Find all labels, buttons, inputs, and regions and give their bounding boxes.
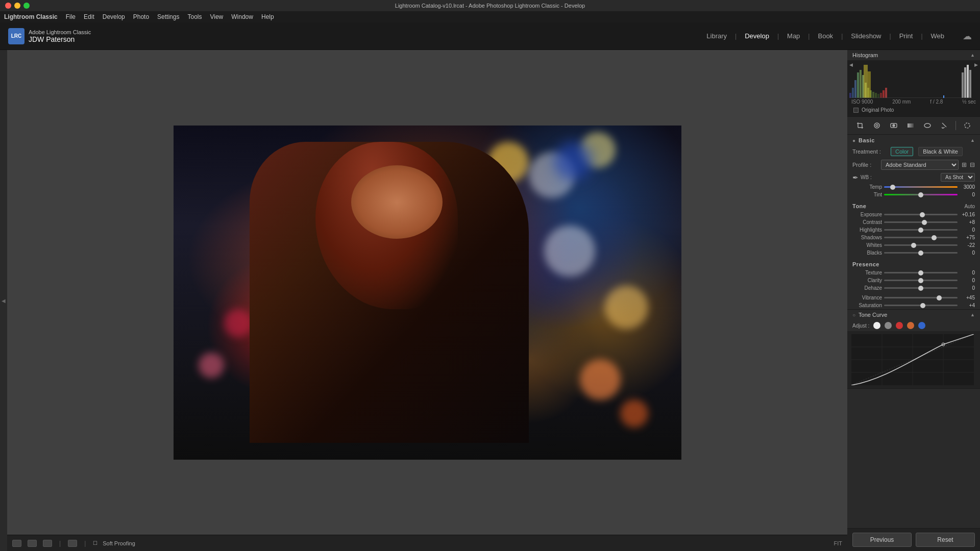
saturation-slider[interactable]: [884, 305, 958, 306]
radial-tool[interactable]: [922, 120, 933, 131]
svg-rect-16: [885, 88, 887, 98]
tc-channel-orange[interactable]: [907, 322, 914, 329]
nav-library[interactable]: Library: [701, 30, 732, 42]
texture-thumb[interactable]: [918, 270, 923, 276]
masking-tool[interactable]: [962, 120, 973, 131]
heal-tool[interactable]: [871, 120, 883, 131]
exposure-thumb[interactable]: [920, 212, 925, 217]
whites-slider-row: Whites -22: [847, 241, 980, 249]
crop-overlay-icon[interactable]: [68, 540, 77, 547]
wb-select[interactable]: As Shot Auto Daylight Cloudy: [941, 173, 975, 182]
tc-toggle[interactable]: ○: [852, 312, 855, 318]
tc-channel-blue[interactable]: [918, 322, 925, 329]
nav-book[interactable]: Book: [813, 30, 838, 42]
tc-adjust-label: Adjust :: [852, 323, 869, 329]
nav-print[interactable]: Print: [894, 30, 918, 42]
dehaze-thumb[interactable]: [918, 286, 923, 291]
nav-develop[interactable]: Develop: [740, 30, 774, 42]
svg-rect-20: [969, 70, 971, 98]
highlights-slider[interactable]: [884, 229, 958, 231]
exposure-label: Exposure: [852, 212, 882, 217]
hist-right-arrow[interactable]: ▶: [974, 62, 978, 67]
vibrance-slider[interactable]: [884, 297, 958, 298]
reset-button[interactable]: Reset: [916, 533, 975, 547]
wb-eyedropper[interactable]: ✒: [852, 173, 859, 182]
blacks-slider[interactable]: [884, 252, 958, 254]
original-photo-checkbox[interactable]: [853, 108, 859, 113]
clarity-thumb[interactable]: [918, 278, 923, 283]
basic-chevron[interactable]: ▲: [970, 138, 975, 143]
profile-select[interactable]: Adobe Standard Adobe Landscape Adobe Por…: [881, 160, 959, 170]
tone-curve-header[interactable]: ○ Tone Curve ▲: [847, 310, 980, 320]
temp-thumb[interactable]: [890, 185, 895, 190]
svg-line-33: [942, 123, 946, 127]
soft-proofing-checkbox[interactable]: ☐: [93, 540, 97, 546]
highlights-thumb[interactable]: [918, 228, 923, 233]
nav-slideshow[interactable]: Slideshow: [846, 30, 886, 42]
fullscreen-button[interactable]: [23, 3, 30, 9]
profile-grid-icon[interactable]: ⊞: [962, 161, 967, 168]
shadows-slider[interactable]: [884, 237, 958, 238]
view-survey-icon[interactable]: [43, 540, 52, 547]
hist-left-arrow[interactable]: ◀: [849, 62, 853, 67]
menu-edit[interactable]: Edit: [84, 13, 94, 20]
bokeh-light-pink: [199, 353, 224, 378]
crop-tool[interactable]: [854, 120, 866, 131]
gradient-tool[interactable]: [905, 120, 916, 131]
svg-rect-31: [908, 123, 914, 128]
basic-section-toggle[interactable]: ●: [852, 138, 855, 143]
contrast-thumb[interactable]: [922, 220, 927, 225]
previous-button[interactable]: Previous: [852, 533, 912, 547]
exposure-slider[interactable]: [884, 214, 958, 215]
tc-channel-gray[interactable]: [885, 322, 892, 329]
tc-channel-white[interactable]: [873, 322, 880, 329]
shadows-thumb[interactable]: [932, 235, 937, 240]
wb-row: ✒ WB : As Shot Auto Daylight Cloudy: [847, 171, 980, 183]
whites-slider[interactable]: [884, 244, 958, 246]
bokeh-light-red: [224, 309, 252, 337]
photo-area: | | ☐ Soft Proofing FIT: [7, 50, 847, 551]
left-panel-toggle[interactable]: ◀: [0, 50, 7, 551]
nav-web[interactable]: Web: [926, 30, 950, 42]
basic-section: ● Basic ▲ Treatment : Color Black & Whit…: [847, 135, 980, 310]
treatment-bw-btn[interactable]: Black & White: [918, 147, 962, 156]
contrast-slider[interactable]: [884, 221, 958, 223]
view-single-icon[interactable]: [12, 540, 21, 547]
whites-thumb[interactable]: [911, 243, 916, 248]
tc-canvas-area: [847, 331, 980, 388]
menu-file[interactable]: File: [66, 13, 76, 20]
profile-browse-icon[interactable]: ⊟: [970, 161, 975, 168]
dehaze-slider[interactable]: [884, 287, 958, 289]
cloud-icon[interactable]: ☁: [963, 31, 972, 42]
menu-tools[interactable]: Tools: [187, 13, 202, 20]
blacks-thumb[interactable]: [918, 251, 923, 256]
menu-develop[interactable]: Develop: [103, 13, 125, 20]
menu-view[interactable]: View: [210, 13, 223, 20]
nav-map[interactable]: Map: [782, 30, 805, 42]
tone-auto-btn[interactable]: Auto: [964, 204, 975, 209]
red-eye-tool[interactable]: [888, 120, 899, 131]
tc-chevron[interactable]: ▲: [970, 312, 975, 317]
adjustment-brush-tool[interactable]: [939, 120, 950, 131]
temp-slider[interactable]: [884, 186, 958, 188]
app-name[interactable]: Lightroom Classic: [4, 13, 58, 20]
temp-slider-row: Temp 3000: [847, 183, 980, 191]
close-button[interactable]: [5, 3, 11, 9]
vibrance-thumb[interactable]: [937, 295, 942, 300]
tint-slider[interactable]: [884, 194, 958, 195]
tint-thumb[interactable]: [918, 192, 923, 197]
tc-channel-red[interactable]: [896, 322, 903, 329]
treatment-color-btn[interactable]: Color: [891, 147, 913, 156]
minimize-button[interactable]: [14, 3, 20, 9]
menu-photo[interactable]: Photo: [133, 13, 149, 20]
menu-settings[interactable]: Settings: [157, 13, 179, 20]
view-compare-icon[interactable]: [28, 540, 37, 547]
texture-slider[interactable]: [884, 272, 958, 273]
menu-window[interactable]: Window: [231, 13, 253, 20]
clarity-slider[interactable]: [884, 280, 958, 281]
highlights-label: Highlights: [852, 227, 882, 233]
histogram-header[interactable]: Histogram ▲: [847, 50, 980, 60]
menu-help[interactable]: Help: [261, 13, 274, 20]
focal-length: 200 mm: [892, 99, 911, 105]
saturation-thumb[interactable]: [920, 303, 925, 308]
